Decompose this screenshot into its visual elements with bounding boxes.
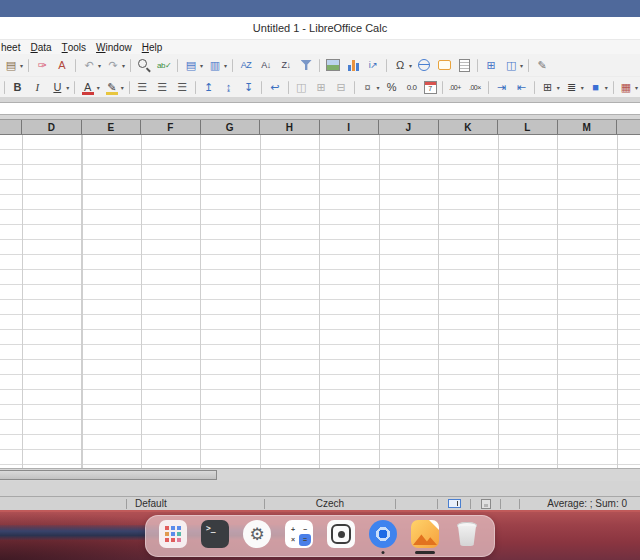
wrap-text-button[interactable]: ↩▾ <box>266 78 284 97</box>
special-character-button[interactable]: Ω▾ <box>391 56 413 75</box>
dropdown-arrow-icon[interactable]: ▾ <box>224 62 227 69</box>
statusbar-document-modified[interactable] <box>471 497 500 510</box>
redo-button[interactable]: ↷▾ <box>104 56 126 75</box>
dropdown-arrow-icon[interactable]: ▾ <box>520 62 523 69</box>
merge-cells-button[interactable]: ⊞▾ <box>312 78 330 97</box>
statusbar-sum-average[interactable]: Average: ; Sum: 0 <box>520 497 640 510</box>
menu-sheet[interactable]: heet <box>0 40 25 54</box>
chromium-icon[interactable] <box>369 520 397 556</box>
column-header[interactable]: D <box>22 120 82 134</box>
column-header-partial[interactable] <box>0 120 22 134</box>
merge-center-button[interactable]: ◫▾ <box>292 78 310 97</box>
dropdown-arrow-icon[interactable]: ▾ <box>377 84 380 91</box>
column-header[interactable]: E <box>82 120 142 134</box>
dropdown-arrow-icon[interactable]: ▾ <box>66 84 69 91</box>
dropdown-arrow-icon[interactable]: ▾ <box>98 62 101 69</box>
dropdown-arrow-icon[interactable]: ▾ <box>409 62 412 69</box>
align-bottom-button[interactable]: ↧▾ <box>239 78 257 97</box>
calculator-icon[interactable]: + − × = <box>285 520 313 556</box>
window-titlebar[interactable]: Untitled 1 - LibreOffice Calc <box>0 17 640 40</box>
statusbar-position-segment[interactable] <box>0 497 126 510</box>
increase-indent-button[interactable]: ⇥▾ <box>492 78 510 97</box>
column-header[interactable]: I <box>320 120 380 134</box>
font-color-button[interactable]: A▾ <box>79 78 101 97</box>
menu-tools[interactable]: Tools <box>57 40 91 54</box>
sort-descending-button[interactable]: Z↓▾ <box>277 56 295 75</box>
add-decimal-button[interactable]: .00+▾ <box>446 78 464 97</box>
spreadsheet-grid[interactable] <box>0 135 640 468</box>
dropdown-arrow-icon[interactable]: ▾ <box>200 62 203 69</box>
statusbar-page-style[interactable]: Default <box>127 497 264 510</box>
trash-icon[interactable] <box>453 520 481 556</box>
dropdown-arrow-icon[interactable]: ▾ <box>635 84 638 91</box>
percent-format-button[interactable]: %▾ <box>383 78 401 97</box>
hyperlink-button[interactable]: ▾ <box>415 56 433 75</box>
column-header[interactable]: F <box>141 120 201 134</box>
statusbar-language[interactable]: Czech <box>265 497 395 510</box>
borders-button[interactable]: ⊞▾ <box>539 78 561 97</box>
column-header[interactable]: K <box>439 120 499 134</box>
paste-button[interactable]: ▤▾ <box>2 56 24 75</box>
align-center-button[interactable]: ☰▾ <box>153 78 171 97</box>
sort-ascending-button[interactable]: A↓▾ <box>257 56 275 75</box>
image-viewer-icon[interactable] <box>411 520 439 556</box>
align-top-button[interactable]: ↥▾ <box>199 78 217 97</box>
insert-column-button[interactable]: ▥▾ <box>206 56 228 75</box>
insert-chart-button[interactable]: ▾ <box>344 56 362 75</box>
dropdown-arrow-icon[interactable]: ▾ <box>121 84 124 91</box>
unmerge-cells-button[interactable]: ⊟▾ <box>332 78 350 97</box>
screenshot-icon[interactable] <box>327 520 355 556</box>
decrease-indent-button[interactable]: ⇤▾ <box>512 78 530 97</box>
delete-decimal-button[interactable]: .00×▾ <box>466 78 484 97</box>
conditional-formatting-button[interactable]: ▦▾ <box>617 78 639 97</box>
date-format-button[interactable]: 7▾ <box>423 78 438 97</box>
show-draw-functions-button[interactable]: ✎▾ <box>533 56 551 75</box>
column-header[interactable]: H <box>260 120 320 134</box>
dropdown-arrow-icon[interactable]: ▾ <box>605 84 608 91</box>
menu-window[interactable]: Window <box>91 40 137 54</box>
split-window-button[interactable]: ◫▾ <box>502 56 524 75</box>
terminal-icon[interactable]: >_ <box>201 520 229 556</box>
clone-formatting-button[interactable]: ✑▾ <box>33 56 51 75</box>
clear-formatting-button[interactable]: A▾ <box>53 56 71 75</box>
undo-button[interactable]: ↶▾ <box>80 56 102 75</box>
column-header-partial[interactable] <box>617 120 640 134</box>
highlight-color-button[interactable]: ✎▾ <box>103 78 125 97</box>
headers-footers-button[interactable]: ▾ <box>455 56 473 75</box>
insert-row-button[interactable]: ▤▾ <box>182 56 204 75</box>
column-header[interactable]: G <box>201 120 261 134</box>
number-format-button[interactable]: 0.0▾ <box>403 78 421 97</box>
sheet-tabs-area[interactable] <box>0 481 640 496</box>
column-header[interactable]: M <box>558 120 618 134</box>
underline-button[interactable]: U▾ <box>48 78 70 97</box>
align-left-button[interactable]: ☰▾ <box>133 78 151 97</box>
autofilter-button[interactable]: ▾ <box>297 56 315 75</box>
currency-format-button[interactable]: ¤▾ <box>359 78 381 97</box>
insert-image-button[interactable]: ▾ <box>324 56 342 75</box>
column-header[interactable]: L <box>498 120 558 134</box>
pivot-table-button[interactable]: i↗▾ <box>364 56 382 75</box>
horizontal-scrollbar[interactable] <box>0 468 640 481</box>
dropdown-arrow-icon[interactable]: ▾ <box>581 84 584 91</box>
italic-button[interactable]: I▾ <box>28 78 46 97</box>
center-vertically-button[interactable]: ↨▾ <box>219 78 237 97</box>
menu-data[interactable]: Data <box>25 40 56 54</box>
statusbar-selection-mode[interactable] <box>438 497 470 510</box>
comment-button[interactable]: ▾ <box>435 56 453 75</box>
freeze-panes-button[interactable]: ⊞▾ <box>482 56 500 75</box>
spelling-button[interactable]: ab✓▾ <box>155 56 173 75</box>
formula-input[interactable] <box>0 102 640 115</box>
find-replace-button[interactable]: ▾ <box>135 56 153 75</box>
border-color-button[interactable]: ■▾ <box>587 78 609 97</box>
border-style-button[interactable]: ≣▾ <box>563 78 585 97</box>
sort-button[interactable]: AZ▾ <box>237 56 255 75</box>
menu-help[interactable]: Help <box>137 40 168 54</box>
bold-button[interactable]: B▾ <box>8 78 26 97</box>
app-launcher-icon[interactable] <box>159 520 187 556</box>
dropdown-arrow-icon[interactable]: ▾ <box>97 84 100 91</box>
dropdown-arrow-icon[interactable]: ▾ <box>122 62 125 69</box>
dropdown-arrow-icon[interactable]: ▾ <box>20 62 23 69</box>
align-right-button[interactable]: ☰▾ <box>173 78 191 97</box>
settings-icon[interactable]: ⚙ <box>243 520 271 556</box>
horizontal-scrollbar-thumb[interactable] <box>0 470 217 480</box>
